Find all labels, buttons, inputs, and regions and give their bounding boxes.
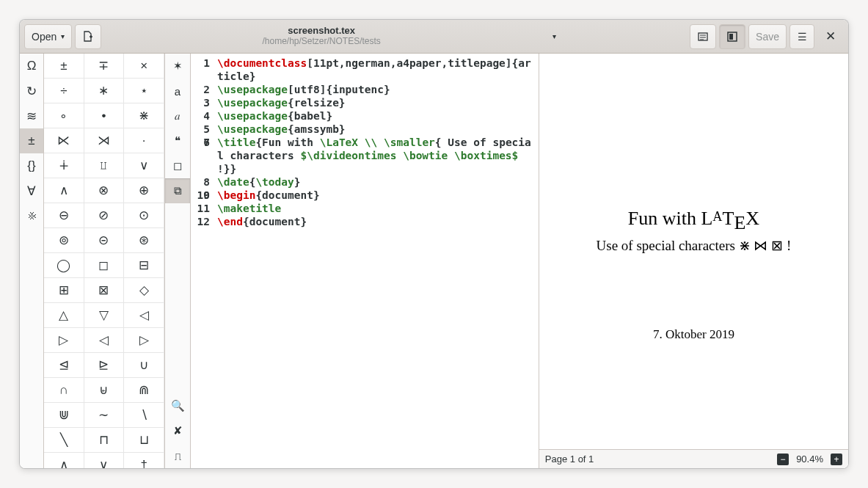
preview-statusbar: Page 1 of 1 − 90.4% + [539, 449, 848, 468]
preview-page: Fun with LATEX Use of special characters… [539, 54, 848, 449]
preview-date: 7. Oktober 2019 [653, 327, 734, 342]
symbol-cell[interactable]: ◯ [44, 253, 84, 278]
symbol-cell[interactable]: ⋉ [44, 128, 84, 153]
symbol-cell[interactable]: ⋆ [124, 79, 164, 103]
symbol-cell[interactable]: ╲ [44, 428, 84, 453]
symbol-cell[interactable]: ⊠ [84, 278, 125, 303]
toolstrip-item[interactable]: ❝ [165, 128, 190, 153]
symbol-cell[interactable]: ∓ [84, 54, 125, 79]
hamburger-menu-button[interactable]: ☰ [789, 24, 814, 49]
hamburger-icon: ☰ [798, 31, 807, 43]
symbol-cell[interactable]: ⊛ [124, 228, 164, 253]
symbol-cell[interactable]: · [124, 128, 164, 153]
toolstrip-item[interactable]: ✶ [165, 54, 190, 79]
symbol-category[interactable]: ⨳ [20, 203, 43, 228]
toolstrip-item[interactable]: a [165, 79, 190, 103]
preview-subtitle: Use of special characters ⋇ ⋈ ⊠ ! [597, 237, 792, 254]
save-label: Save [756, 31, 779, 43]
open-button[interactable]: Open ▾ [24, 24, 72, 49]
title-block: screenshot.tex /home/hp/Setzer/NOTES/tes… [104, 26, 539, 47]
toolstrip-item[interactable]: ⧉ [165, 178, 190, 203]
symbol-cell[interactable]: ∨ [84, 453, 125, 468]
zoom-level: 90.4% [796, 454, 823, 465]
symbol-cell[interactable]: ∗ [84, 79, 125, 103]
symbol-cell[interactable]: ⊙ [124, 203, 164, 228]
new-document-button[interactable] [75, 24, 101, 49]
symbol-cell[interactable]: ◁ [84, 328, 125, 353]
symbol-cell[interactable]: • [84, 103, 125, 128]
symbol-cell[interactable]: ∼ [84, 403, 125, 428]
close-icon: ✕ [825, 29, 836, 43]
preview-title: Fun with LATEX [628, 208, 759, 234]
symbol-cell[interactable]: ∧ [44, 453, 84, 468]
symbol-grid: ±∓×÷∗⋆∘•⋇⋉⋊·∔⨿∨∧⊗⊕⊖⊘⊙⊚⊝⊛◯◻⊟⊞⊠◇△▽◁▷◁▷⊴⊵∪∩… [44, 54, 165, 468]
symbol-cell[interactable]: ⨿ [84, 153, 125, 178]
symbol-cell[interactable]: ⋓ [44, 403, 84, 428]
symbol-cell[interactable]: ⊕ [124, 178, 164, 203]
symbol-cell[interactable]: ⊚ [44, 228, 84, 253]
document-title: screenshot.tex [104, 26, 539, 37]
symbol-cell[interactable]: ▷ [44, 328, 84, 353]
symbol-category[interactable]: {} [20, 153, 43, 178]
symbol-cell[interactable]: ⊓ [84, 428, 125, 453]
toolstrip-item[interactable]: 𝑎 [165, 103, 190, 128]
svg-rect-2 [729, 34, 733, 40]
document-path: /home/hp/Setzer/NOTES/tests [104, 37, 539, 47]
symbol-cell[interactable]: ⊔ [124, 428, 164, 453]
layout-icon [726, 31, 738, 43]
symbol-cell[interactable]: ▽ [84, 303, 125, 328]
symbol-cell[interactable]: ∧ [44, 178, 84, 203]
symbol-category[interactable]: ± [20, 128, 43, 153]
symbol-cell[interactable]: ∘ [44, 103, 84, 128]
symbol-cell[interactable]: ÷ [44, 79, 84, 103]
headerbar: Open ▾ screenshot.tex /home/hp/Setzer/NO… [20, 20, 848, 54]
symbol-cell[interactable]: ∩ [44, 378, 84, 403]
symbol-cell[interactable]: ⊘ [84, 203, 125, 228]
symbol-cell[interactable]: ⊗ [84, 178, 125, 203]
toolstrip-item[interactable]: ◻ [165, 153, 190, 178]
symbol-cell[interactable]: ⋇ [124, 103, 164, 128]
symbol-cell[interactable]: ⊌ [84, 378, 125, 403]
symbol-cell[interactable]: ⋒ [124, 378, 164, 403]
symbol-cell[interactable]: ∔ [44, 153, 84, 178]
zoom-in-button[interactable]: + [831, 454, 842, 465]
editor-pane: 123456789101112 \documentclass[11pt,nger… [191, 54, 539, 468]
build-button[interactable] [690, 24, 716, 49]
symbol-cell[interactable]: ◁ [124, 303, 164, 328]
editor-toolstrip: ✶a𝑎❝◻⧉ 🔍✘⎍ [165, 54, 191, 468]
symbol-cell[interactable]: × [124, 54, 164, 79]
symbol-cell[interactable]: ◻ [84, 253, 125, 278]
symbol-cell[interactable]: ∨ [124, 153, 164, 178]
symbol-cell[interactable]: ⊖ [44, 203, 84, 228]
symbol-cell[interactable]: ⋊ [84, 128, 125, 153]
save-button[interactable]: Save [748, 24, 787, 49]
symbol-cell[interactable]: ⊵ [84, 353, 125, 378]
close-button[interactable]: ✕ [817, 29, 844, 44]
symbol-cell[interactable]: ◇ [124, 278, 164, 303]
build-icon [697, 31, 709, 43]
toolstrip-item[interactable]: ⎍ [165, 443, 190, 468]
page-indicator: Page 1 of 1 [545, 454, 594, 465]
new-file-icon [82, 31, 94, 43]
symbol-cell[interactable]: ⊞ [44, 278, 84, 303]
symbol-category[interactable]: ≋ [20, 103, 43, 128]
zoom-out-button[interactable]: − [777, 454, 789, 465]
toolstrip-item[interactable]: ✘ [165, 418, 190, 443]
toolstrip-item[interactable]: 🔍 [165, 393, 190, 418]
symbol-cell[interactable]: ▷ [124, 328, 164, 353]
symbol-cell[interactable]: ⊟ [124, 253, 164, 278]
view-toggle-button[interactable] [719, 24, 745, 49]
symbol-category[interactable]: ∀ [20, 178, 43, 203]
symbol-category[interactable]: Ω [20, 54, 43, 79]
symbol-category-strip: Ω↻≋±{}∀⨳ [20, 54, 44, 468]
symbol-cell[interactable]: ± [44, 54, 84, 79]
symbol-cell[interactable]: † [124, 453, 164, 468]
title-dropdown-button[interactable]: ▾ [541, 24, 566, 49]
code-area[interactable]: \documentclass[11pt,ngerman,a4paper,titl… [214, 54, 539, 468]
symbol-cell[interactable]: △ [44, 303, 84, 328]
symbol-cell[interactable]: ⊝ [84, 228, 125, 253]
symbol-cell[interactable]: ∖ [124, 403, 164, 428]
symbol-cell[interactable]: ∪ [124, 353, 164, 378]
symbol-cell[interactable]: ⊴ [44, 353, 84, 378]
symbol-category[interactable]: ↻ [20, 79, 43, 103]
